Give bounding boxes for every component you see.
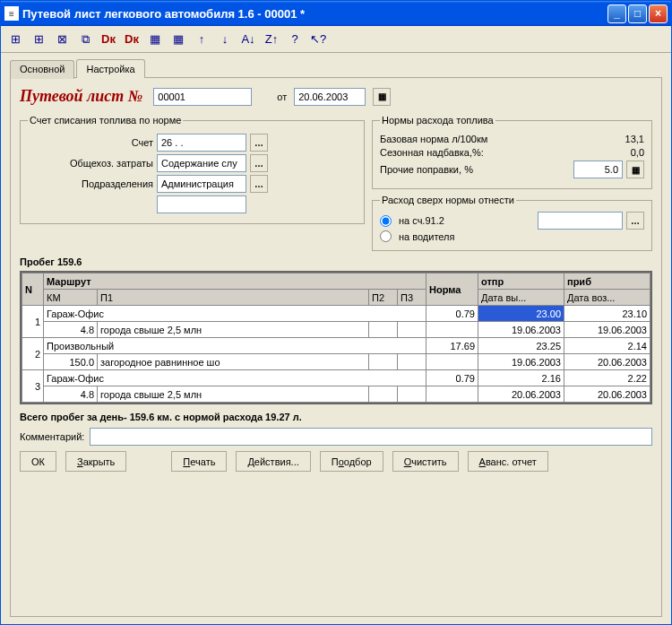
toolbar-copy-icon[interactable]: ⧉: [76, 30, 94, 48]
table-row-norma2[interactable]: [426, 354, 478, 370]
table-row-prib-date[interactable]: 20.06.2003: [564, 386, 650, 403]
minimize-button[interactable]: _: [607, 4, 626, 23]
excess-pick-button[interactable]: …: [626, 212, 644, 230]
col-p1[interactable]: П1: [98, 290, 369, 306]
table-row-prib-date[interactable]: 20.06.2003: [564, 354, 650, 370]
table-row-route[interactable]: Гараж-Офис: [44, 306, 426, 322]
base-norm-label: Базовая норма л/100км: [380, 134, 596, 144]
table-row-n[interactable]: 1: [22, 306, 44, 338]
page-title: Путевой лист №: [20, 87, 142, 106]
close-button[interactable]: ×: [649, 4, 668, 23]
table-row-prib-time[interactable]: 2.22: [564, 370, 650, 386]
toolbar-sort-asc-icon[interactable]: A↓: [239, 30, 257, 48]
table-row-norma[interactable]: 0.79: [426, 370, 478, 386]
table-row-norma2[interactable]: [426, 386, 478, 403]
table-row-otpr-date[interactable]: 19.06.2003: [478, 354, 564, 370]
excess-opt2-label: на водителя: [399, 231, 454, 242]
tab-main[interactable]: Основной: [10, 60, 74, 79]
table-row-otpr-time[interactable]: 23.00: [478, 306, 564, 322]
actions-button[interactable]: Действия...: [236, 451, 310, 472]
pick-button[interactable]: Поодбор: [320, 451, 383, 472]
table-row-p3[interactable]: [398, 386, 426, 403]
table-row-norma[interactable]: 17.69: [426, 338, 478, 354]
toolbar-new-icon[interactable]: ⊞: [30, 30, 47, 48]
col-n[interactable]: N: [22, 273, 44, 306]
obsh-pick-button[interactable]: …: [250, 154, 268, 172]
other-input[interactable]: [573, 161, 623, 178]
table-row-prib-time[interactable]: 23.10: [564, 306, 650, 322]
table-row-prib-date[interactable]: 19.06.2003: [564, 322, 650, 338]
print-button[interactable]: Печать: [171, 451, 227, 472]
toolbar-dk2-icon[interactable]: Dк: [123, 30, 141, 48]
col-p3[interactable]: П3: [398, 290, 426, 306]
table-row-p3[interactable]: [398, 322, 426, 338]
col-km[interactable]: КМ: [44, 290, 98, 306]
col-p2[interactable]: П2: [369, 290, 398, 306]
toolbar-delete-icon[interactable]: ⊠: [53, 30, 71, 48]
table-row-n[interactable]: 3: [22, 370, 44, 403]
table-row-km[interactable]: 150.0: [44, 354, 98, 370]
table-row-route[interactable]: Произвольный: [44, 338, 426, 354]
date-input[interactable]: [294, 88, 366, 106]
table-row-n[interactable]: 2: [22, 338, 44, 370]
extra-input[interactable]: [157, 195, 246, 213]
comment-input[interactable]: [90, 428, 652, 446]
col-prib[interactable]: приб: [564, 273, 650, 290]
route-table[interactable]: N Маршрут Норма отпр приб КМ П1 П2 П3 Да…: [20, 271, 652, 404]
excess-account-input[interactable]: [538, 212, 623, 230]
table-row-p1[interactable]: города свыше 2,5 млн: [98, 322, 369, 338]
date-label: от: [277, 91, 287, 102]
table-row-otpr-time[interactable]: 2.16: [478, 370, 564, 386]
close-doc-button[interactable]: Закрыть: [65, 451, 126, 472]
toolbar-dk1-icon[interactable]: Dк: [99, 30, 117, 48]
toolbar-up-icon[interactable]: ↑: [193, 30, 211, 48]
table-row-km[interactable]: 4.8: [44, 322, 98, 338]
table-row-p2[interactable]: [369, 322, 398, 338]
col-route[interactable]: Маршрут: [44, 273, 426, 290]
table-row-p2[interactable]: [369, 386, 398, 403]
table-row-p3[interactable]: [398, 354, 426, 370]
tab-settings[interactable]: Настройка: [76, 59, 144, 78]
table-row-otpr-date[interactable]: 20.06.2003: [478, 386, 564, 403]
col-otpr[interactable]: отпр: [478, 273, 564, 290]
schet-input[interactable]: [157, 134, 246, 152]
toolbar-cursor-icon[interactable]: ↖?: [309, 30, 327, 48]
summary-text: Всего пробег за день- 159.6 км. с нормой…: [20, 412, 652, 422]
table-row-otpr-time[interactable]: 23.25: [478, 338, 564, 354]
col-norma[interactable]: Норма: [426, 273, 478, 306]
table-row-norma2[interactable]: [426, 322, 478, 338]
excess-radio-driver[interactable]: [380, 230, 392, 242]
table-row-p2[interactable]: [369, 354, 398, 370]
table-row-p1[interactable]: загородное равнинное шо: [98, 354, 369, 370]
toolbar-sort-desc-icon[interactable]: Z↑: [263, 30, 280, 48]
ok-button[interactable]: ОК: [20, 451, 56, 472]
calendar-icon[interactable]: ▦: [373, 88, 391, 106]
excess-opt1-label: на сч.91.2: [399, 215, 444, 226]
toolbar-down-icon[interactable]: ↓: [216, 30, 234, 48]
toolbar-open-icon[interactable]: ⊞: [6, 30, 24, 48]
clear-button[interactable]: Очистить: [392, 451, 459, 472]
col-data-voz[interactable]: Дата воз...: [564, 290, 650, 306]
fuel-account-legend: Счет списания топлива по норме: [28, 115, 183, 126]
schet-pick-button[interactable]: …: [250, 134, 268, 152]
table-row-route[interactable]: Гараж-Офис: [44, 370, 426, 386]
obsh-input[interactable]: [157, 154, 246, 172]
toolbar-grid1-icon[interactable]: ▦: [146, 30, 164, 48]
toolbar-help-icon[interactable]: ?: [286, 30, 304, 48]
podr-input[interactable]: [157, 175, 246, 193]
maximize-button[interactable]: □: [628, 4, 647, 23]
table-row-km[interactable]: 4.8: [44, 386, 98, 403]
number-input[interactable]: [153, 88, 252, 106]
table-row-norma[interactable]: 0.79: [426, 306, 478, 322]
toolbar: ⊞ ⊞ ⊠ ⧉ Dк Dк ▦ ▦ ↑ ↓ A↓ Z↑ ? ↖?: [1, 26, 671, 53]
toolbar-grid2-icon[interactable]: ▦: [169, 30, 187, 48]
table-row-p1[interactable]: города свыше 2,5 млн: [98, 386, 369, 403]
table-row-otpr-date[interactable]: 19.06.2003: [478, 322, 564, 338]
calc-icon[interactable]: ▦: [626, 161, 644, 178]
table-row-prib-time[interactable]: 2.14: [564, 338, 650, 354]
norms-legend: Нормы расхода топлива: [380, 115, 495, 126]
podr-pick-button[interactable]: …: [250, 175, 268, 193]
advance-button[interactable]: Аванс. отчет: [468, 451, 548, 472]
col-data-vy[interactable]: Дата вы...: [478, 290, 564, 306]
excess-radio-account[interactable]: [380, 215, 392, 227]
